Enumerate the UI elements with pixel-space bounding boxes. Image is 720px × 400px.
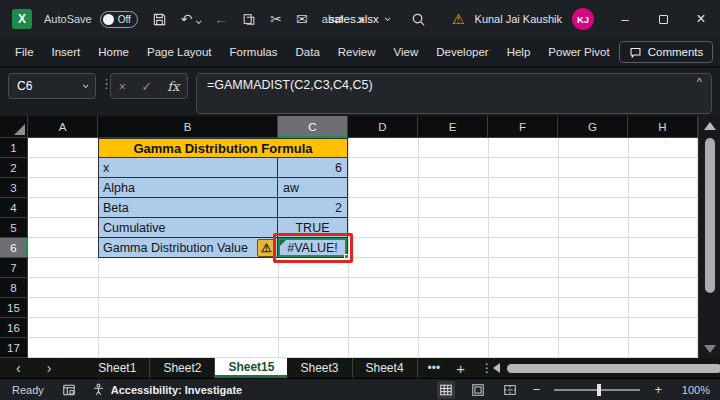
row-header[interactable]: 2 — [0, 158, 28, 178]
zoom-slider[interactable] — [554, 389, 640, 391]
cell-C5[interactable]: TRUE — [278, 218, 348, 238]
row-header[interactable]: 16 — [0, 318, 28, 338]
horizontal-scroll-thumb[interactable] — [507, 364, 720, 373]
row-header[interactable]: 15 — [0, 298, 28, 318]
ribbon-right: Comments — [619, 41, 720, 63]
zoom-out-button[interactable]: − — [533, 382, 541, 397]
cell-B3[interactable]: Alpha — [98, 178, 278, 198]
sheet-tab[interactable]: Sheet15 — [215, 358, 287, 378]
cell-B4[interactable]: Beta — [98, 198, 278, 218]
scroll-down-arrow-icon[interactable] — [704, 345, 716, 353]
column-header[interactable]: H — [628, 116, 698, 138]
cells-area[interactable]: Gamma Distribution Formula x 6 Alpha aw … — [28, 138, 698, 358]
zoom-level[interactable]: 100% — [676, 384, 710, 396]
cell-B6[interactable]: Gamma Distribution Value — [98, 238, 278, 258]
new-sheet-button[interactable]: + — [456, 361, 465, 376]
ribbon-tab[interactable]: Page Layout — [138, 37, 221, 67]
zoom-slider-thumb[interactable] — [597, 384, 601, 396]
title-dropdown-chevron-icon — [385, 15, 391, 21]
sheet-tab[interactable]: Sheet3 — [287, 358, 352, 378]
column-header[interactable]: E — [418, 116, 488, 138]
sheet-tab[interactable]: Sheet2 — [150, 358, 215, 378]
ribbon-tab[interactable]: Developer — [427, 37, 497, 67]
name-box-value: C6 — [9, 79, 83, 93]
column-header[interactable]: C — [278, 116, 348, 138]
autosave-toggle[interactable]: Off — [100, 11, 138, 28]
cancel-entry-icon[interactable]: × — [119, 79, 127, 94]
comment-bubble-icon — [629, 46, 642, 59]
row-header[interactable]: 5 — [0, 218, 28, 238]
row-header[interactable]: 3 — [0, 178, 28, 198]
row-header[interactable]: 1 — [0, 138, 28, 158]
horizontal-scrollbar[interactable] — [493, 358, 720, 378]
column-header[interactable]: A — [28, 116, 98, 138]
avatar[interactable]: KJ — [572, 8, 594, 30]
maximize-button[interactable] — [644, 0, 682, 38]
cell-B2[interactable]: x — [98, 158, 278, 178]
row-header[interactable]: 7 — [0, 258, 28, 278]
more-sheets-icon[interactable]: ••• — [428, 362, 441, 374]
row-header[interactable]: 8 — [0, 278, 28, 298]
alert-warning-icon[interactable]: ⚠ — [452, 11, 465, 27]
ribbon-tab[interactable]: Formulas — [221, 37, 287, 67]
cell-C6-active[interactable]: #VALUE! — [278, 238, 348, 258]
cell-C2[interactable]: 6 — [278, 158, 348, 178]
page-break-preview-icon[interactable] — [501, 381, 519, 399]
ribbon-tab[interactable]: View — [385, 37, 428, 67]
horizontal-scroll-track[interactable] — [507, 363, 720, 373]
undo-icon[interactable]: ↶ — [181, 12, 201, 26]
vertical-scrollbar[interactable] — [698, 116, 720, 358]
page-layout-view-icon[interactable] — [469, 381, 487, 399]
ribbon-tab[interactable]: Insert — [43, 37, 90, 67]
accessibility-status[interactable]: Accessibility: Investigate — [92, 383, 242, 396]
scroll-up-arrow-icon[interactable] — [704, 122, 716, 130]
cut-icon[interactable]: ✂ — [270, 12, 282, 26]
cell-B5[interactable]: Cumulative — [98, 218, 278, 238]
row-header[interactable]: 17 — [0, 338, 28, 358]
insert-function-icon[interactable]: fx — [167, 79, 179, 94]
copy-icon[interactable] — [242, 12, 256, 27]
column-header[interactable]: D — [348, 116, 418, 138]
vertical-scroll-thumb[interactable] — [705, 138, 715, 293]
fill-handle[interactable] — [344, 254, 349, 259]
ribbon-tab[interactable]: Data — [287, 37, 329, 67]
ribbon-tab[interactable]: Review — [329, 37, 385, 67]
collapse-formula-bar-icon[interactable]: ^ — [697, 76, 702, 88]
row-header[interactable]: 4 — [0, 198, 28, 218]
macro-record-icon[interactable] — [62, 383, 76, 397]
zoom-in-button[interactable]: + — [654, 382, 662, 397]
normal-view-icon[interactable] — [437, 381, 455, 399]
confirm-entry-icon[interactable]: ✓ — [141, 79, 152, 94]
ribbon-tab[interactable]: File — [6, 37, 43, 67]
name-box[interactable]: C6 — [8, 73, 96, 99]
next-sheet-icon[interactable]: › — [47, 361, 52, 375]
cell-B1-title[interactable]: Gamma Distribution Formula — [98, 138, 348, 158]
ribbon-tab[interactable]: Help — [498, 37, 540, 67]
cell-C3[interactable]: aw — [278, 178, 348, 198]
column-header[interactable]: B — [98, 116, 278, 138]
document-title[interactable]: sales.xlsx — [329, 0, 389, 38]
prev-sheet-icon[interactable]: ‹ — [16, 361, 21, 375]
row-header[interactable]: 6 — [0, 238, 28, 258]
error-options-button[interactable]: ⚠ — [257, 239, 276, 257]
search-icon[interactable] — [411, 12, 426, 27]
formula-input[interactable]: =GAMMADIST(C2,C3,C4,C5) ^ — [196, 73, 712, 114]
scroll-left-arrow-icon[interactable] — [493, 363, 500, 373]
ribbon-tab[interactable]: Power Pivot — [539, 37, 618, 67]
email-icon[interactable]: ✉ — [296, 12, 308, 26]
save-icon[interactable] — [152, 12, 167, 27]
column-header[interactable]: G — [558, 116, 628, 138]
select-all-button[interactable] — [0, 116, 28, 138]
comments-button[interactable]: Comments — [619, 41, 714, 63]
toggle-knob — [103, 14, 114, 25]
excel-logo-icon[interactable]: X — [12, 9, 32, 29]
column-header[interactable]: F — [488, 116, 558, 138]
sheet-menu-icon[interactable]: ⋮ — [481, 362, 493, 374]
sheet-tab[interactable]: Sheet4 — [353, 358, 418, 378]
minimize-button[interactable]: – — [606, 0, 644, 38]
sheet-tab[interactable]: Sheet1 — [85, 358, 150, 378]
close-button[interactable]: × — [682, 0, 720, 38]
cell-C4[interactable]: 2 — [278, 198, 348, 218]
ribbon-tab[interactable]: Home — [89, 37, 138, 67]
back-arrow-icon[interactable]: ← — [214, 12, 228, 26]
